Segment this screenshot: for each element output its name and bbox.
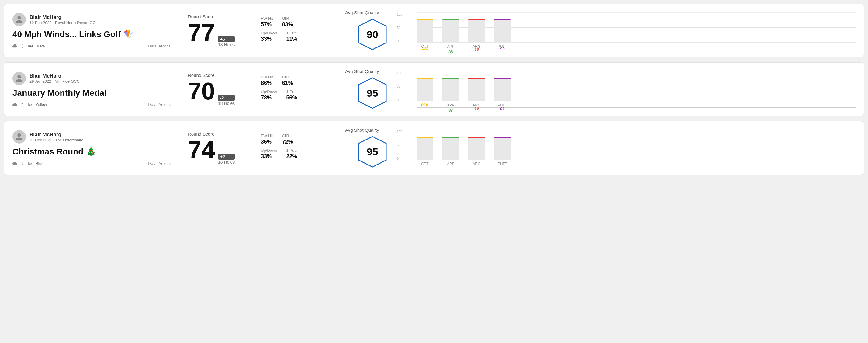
bar-group: 95ARG (468, 129, 485, 160)
bar-chart: 107OTT95APP98ARG82PUTT (416, 12, 856, 49)
y-label: 0 (397, 39, 402, 43)
bar-fill (416, 78, 433, 79)
stats-section: FW Hit36%GIR72%Up/Down33%1 Putt22% (261, 133, 322, 163)
stat-fw-hit: FW Hit57% (261, 16, 273, 28)
avatar (12, 130, 26, 144)
avatar (12, 72, 26, 85)
score-section: Round Score77+518 Holes (188, 14, 255, 47)
stat-gir: GIR83% (282, 16, 293, 28)
score-row: 74+218 Holes (188, 138, 255, 164)
gir-value: 72% (282, 139, 293, 145)
bar-chart: 110OTT87APP95ARG93PUTT (416, 130, 856, 166)
bar-group: 93PUTT (494, 129, 511, 160)
y-label: 100 (397, 71, 402, 75)
data-source: Data: Arccos (148, 44, 170, 48)
weather-icon (12, 161, 17, 166)
bar-value-label: 110 (422, 102, 428, 107)
bar-background (494, 19, 511, 42)
quality-label: Avg Shot Quality (345, 10, 379, 15)
weather-icon (12, 102, 17, 107)
score-section: Round Score74+218 Holes (188, 131, 255, 164)
tee-info: Tee: Black (12, 43, 45, 48)
section-divider-2 (330, 71, 331, 107)
y-label: 0 (397, 98, 402, 101)
gir-label: GIR (282, 133, 293, 138)
badge-holes: +218 Holes (218, 154, 235, 164)
badge-holes: -218 Holes (218, 95, 235, 106)
round-title: January Monthly Medal (12, 88, 170, 98)
hexagon-container: 90 (357, 18, 388, 51)
golf-icon (20, 43, 25, 48)
score-number: 77 (188, 20, 215, 45)
bar-value-label: 93 (500, 106, 504, 111)
bar-group: 98ARG (468, 12, 485, 42)
gir-value: 83% (282, 21, 293, 28)
section-divider (179, 12, 179, 49)
bar-group: 95APP (442, 12, 459, 42)
y-label: 50 (397, 85, 402, 88)
bar-value-label: 96 (474, 47, 478, 52)
card-left-section: Blair McHarg12 Feb 2022 · Royal North De… (12, 13, 170, 48)
bar-fill (416, 19, 433, 20)
stat-updown: Up/Down33% (261, 31, 277, 42)
section-divider-2 (330, 130, 331, 166)
oneputt-value: 22% (286, 153, 297, 160)
data-source: Data: Arccos (148, 102, 170, 107)
stat-row-2: Up/Down33%1 Putt11% (261, 31, 322, 42)
user-info: Blair McHarg12 Feb 2022 · Royal North De… (30, 14, 95, 25)
y-label: 0 (397, 157, 402, 160)
section-divider (179, 71, 179, 107)
bar-background (442, 19, 459, 42)
bar-background (442, 136, 459, 160)
gir-label: GIR (282, 75, 293, 80)
stats-section: FW Hit86%GIR61%Up/Down78%1 Putt56% (261, 75, 322, 104)
bar-background (494, 136, 511, 160)
fw-hit-value: 57% (261, 21, 273, 28)
fw-hit-value: 86% (261, 80, 273, 86)
stat-fw-hit: FW Hit36% (261, 133, 273, 145)
score-badge: +2 (218, 154, 235, 160)
chart-y-labels: 100500 (397, 12, 402, 43)
user-info: Blair McHarg29 Jan 2022 · Mill Ride GCC (30, 73, 80, 84)
stat-oneputt: 1 Putt11% (286, 31, 297, 42)
bar-fill (494, 19, 511, 20)
bar-background (416, 78, 433, 101)
badge-holes: +518 Holes (218, 36, 235, 47)
tee-info: Tee: Blue (12, 161, 43, 166)
score-row: 77+518 Holes (188, 20, 255, 47)
user-row: Blair McHarg12 Feb 2022 · Royal North De… (12, 13, 170, 26)
y-label: 50 (397, 26, 402, 30)
score-section: Round Score70-218 Holes (188, 73, 255, 106)
bar-group: 86APP (442, 71, 459, 101)
avatar (12, 13, 26, 26)
y-label: 100 (397, 130, 402, 133)
score-label: Round Score (188, 131, 255, 136)
updown-value: 33% (261, 36, 277, 42)
score-badge: -2 (218, 95, 235, 101)
bar-group: 107OTT (416, 12, 433, 42)
holes-label: 18 Holes (218, 42, 235, 47)
user-meta: 29 Jan 2022 · Mill Ride GCC (30, 79, 80, 84)
bar-background (468, 136, 485, 160)
user-row: Blair McHarg27 Dec 2021 · The Oxfordshir… (12, 130, 170, 144)
bar-fill (468, 136, 485, 138)
quality-section: Avg Shot Quality 90 (345, 10, 400, 51)
y-label: 100 (397, 12, 402, 16)
score-badge: +5 (218, 36, 235, 42)
quality-score: 95 (367, 146, 378, 158)
user-name: Blair McHarg (30, 132, 84, 138)
gir-label: GIR (282, 16, 293, 21)
updown-value: 33% (261, 153, 277, 160)
bar-fill (468, 78, 485, 79)
updown-value: 78% (261, 95, 277, 101)
bar-value-label: 101 (422, 46, 428, 51)
chart-wrapper: 100500 110OTT87APP95ARG93PUTT (406, 130, 856, 166)
bar-value-label: 86 (448, 50, 453, 54)
oneputt-label: 1 Putt (286, 89, 297, 94)
tee-label: Tee: Blue (27, 161, 43, 166)
card-bottom-row: Tee: Yellow Data: Arccos (12, 102, 170, 107)
user-row: Blair McHarg29 Jan 2022 · Mill Ride GCC (12, 72, 170, 85)
oneputt-label: 1 Putt (286, 148, 297, 153)
bar-axis-label: OTT (422, 162, 429, 166)
bar-chart: 101OTT86APP96ARG99PUTT (416, 71, 856, 107)
